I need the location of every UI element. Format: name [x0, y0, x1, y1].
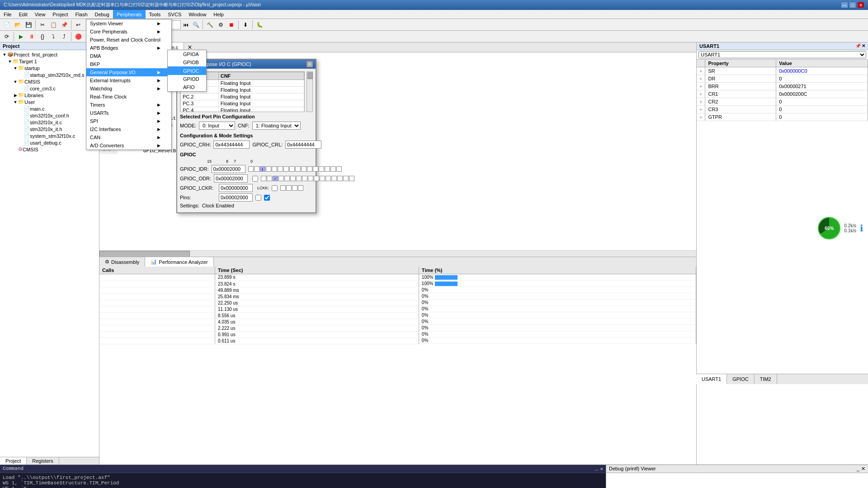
pin-cb1[interactable]: [255, 195, 261, 201]
open-file-btn[interactable]: 📂: [13, 20, 23, 30]
breakpoint-btn[interactable]: 🔴: [73, 32, 83, 42]
gpioc-close-btn[interactable]: ✕: [307, 61, 313, 67]
odr-bit-5[interactable]: [320, 176, 325, 181]
right-tab-tim2[interactable]: TIM2: [755, 374, 777, 384]
menu-flash[interactable]: Flash: [72, 10, 91, 19]
run-btn[interactable]: ▶: [16, 32, 26, 42]
menu-adc[interactable]: A/D Converters ▶: [86, 141, 171, 150]
odr-bit-15[interactable]: [261, 176, 266, 181]
idr-bit-9[interactable]: [283, 166, 289, 172]
menu-dma[interactable]: DMA: [86, 52, 171, 60]
paste-btn[interactable]: 📌: [59, 20, 69, 30]
odr-bit-3[interactable]: [331, 176, 337, 181]
tab-performance-analyzer[interactable]: 📊 Performance Analyzer: [145, 257, 213, 267]
menu-bkp[interactable]: BKP: [86, 60, 171, 68]
right-close-btn[interactable]: ✕: [862, 43, 865, 49]
tab-disassembly[interactable]: ⚙ Disassembly: [99, 257, 145, 267]
odr-bit-11[interactable]: [284, 176, 290, 181]
idr-bit-2[interactable]: [325, 166, 330, 172]
prop-expand-cell[interactable]: +: [697, 113, 705, 121]
menu-i2c[interactable]: I2C Interfaces ▶: [86, 125, 171, 133]
menu-tools[interactable]: Tools: [146, 10, 165, 19]
step-over-btn[interactable]: ⤵: [48, 32, 58, 42]
debug-start-btn[interactable]: 🐛: [255, 20, 264, 30]
menu-core-peripherals[interactable]: Core Peripherals ▶: [86, 28, 171, 36]
tree-root[interactable]: ▼ 📦 Project: first_project: [1, 51, 98, 58]
menu-window[interactable]: Window: [185, 10, 210, 19]
odr-bit-13[interactable]: ✓: [273, 176, 278, 181]
menu-peripherals[interactable]: Peripherals: [113, 10, 146, 19]
menu-apb-bridges[interactable]: APB Bridges ▶: [86, 44, 171, 52]
menu-spi[interactable]: SPI ▶: [86, 117, 171, 125]
cnf-select[interactable]: 1: Floating Input: [252, 122, 301, 130]
menu-debug[interactable]: Debug: [91, 10, 113, 19]
scroll-thumb-h[interactable]: [99, 251, 190, 257]
menu-usarts[interactable]: USARTs ▶: [86, 109, 171, 117]
menu-general-io[interactable]: General Purpose I/O ▶: [86, 68, 171, 76]
gpioc-pin-row[interactable]: PC.3Floating Input: [181, 100, 304, 107]
idr-bit-14[interactable]: [254, 166, 259, 172]
lckr-bit-0[interactable]: [280, 185, 286, 191]
tree-startup[interactable]: ▼ 📁 startup: [12, 65, 98, 71]
user-expander[interactable]: ▼: [13, 99, 18, 105]
idr-bit-7[interactable]: [295, 166, 301, 172]
menu-file[interactable]: File: [0, 10, 15, 19]
h-scrollbar[interactable]: [99, 250, 696, 257]
minimize-button[interactable]: —: [841, 2, 848, 8]
menu-can[interactable]: CAN ▶: [86, 133, 171, 141]
tree-cmsis2[interactable]: ⚙ CMSIS: [12, 146, 98, 153]
main-c-expander[interactable]: [18, 106, 24, 112]
odr-bit-8[interactable]: [302, 176, 307, 181]
gpioc-pin-row[interactable]: PC.4Floating Input: [181, 107, 304, 113]
cut-btn[interactable]: ✂: [38, 20, 47, 30]
close-button[interactable]: ✕: [857, 2, 864, 8]
prop-expand-cell[interactable]: +: [697, 98, 705, 106]
odr-bit-10[interactable]: [290, 176, 296, 181]
idr-bit-8[interactable]: [289, 166, 295, 172]
undo-btn[interactable]: ↩: [73, 20, 83, 30]
download-btn[interactable]: ⬇: [241, 20, 250, 30]
tree-user[interactable]: ▼ 📁 User: [12, 99, 98, 105]
lckr-bit-2[interactable]: [292, 185, 297, 191]
debug-content[interactable]: [606, 473, 868, 488]
odr-bit-12[interactable]: [278, 176, 284, 181]
stop-build-btn[interactable]: ⏹: [226, 20, 236, 30]
menu-timers[interactable]: Timers ▶: [86, 101, 171, 109]
idr-bit-13[interactable]: 1: [260, 166, 265, 172]
gpioc-scrollbar[interactable]: [307, 71, 313, 112]
new-file-btn[interactable]: 📄: [2, 20, 12, 30]
submenu-gpioc[interactable]: ✓ GPIOC: [168, 66, 206, 75]
menu-svcs[interactable]: SVCS: [164, 10, 185, 19]
libraries-expander[interactable]: ▶: [13, 93, 18, 98]
idr-bit-11[interactable]: [272, 166, 277, 172]
submenu-afio[interactable]: AFIO: [168, 83, 206, 91]
submenu-gpioa[interactable]: GPIOA: [168, 50, 206, 58]
menu-project[interactable]: Project: [49, 10, 71, 19]
odr-bit-2[interactable]: [337, 176, 343, 181]
debug-minimize[interactable]: _: [857, 466, 859, 472]
odr-bit-14[interactable]: [267, 176, 272, 181]
gpioc-pin-row[interactable]: PC.2Floating Input: [181, 94, 304, 100]
gpioc-scroll-thumb[interactable]: [307, 72, 313, 79]
submenu-gpiod[interactable]: GPIOD: [168, 75, 206, 83]
rebuild-btn[interactable]: ⚙: [216, 20, 226, 30]
idr-bit-0[interactable]: [336, 166, 342, 172]
lckk-cb2[interactable]: [272, 185, 278, 191]
cpu-refresh-btn[interactable]: ℹ: [860, 223, 863, 234]
tree-cmsis1[interactable]: ▼ 📁 CMSIS: [12, 78, 98, 85]
goto-func-btn[interactable]: ⏮: [181, 20, 191, 30]
startup-s-expander[interactable]: [18, 72, 24, 78]
maximize-button[interactable]: □: [849, 2, 856, 8]
menu-external-int[interactable]: External Interrupts ▶: [86, 76, 171, 84]
right-pin-btn[interactable]: 📌: [855, 43, 861, 49]
odr-bit-7[interactable]: [308, 176, 313, 181]
odr-bit-0[interactable]: [349, 176, 354, 181]
tree-target1[interactable]: ▼ 📁 Target 1: [6, 58, 98, 65]
prop-expand-cell[interactable]: +: [697, 67, 705, 75]
startup-expander[interactable]: ▼: [13, 66, 18, 71]
odr-bit-4[interactable]: [326, 176, 331, 181]
lckk-checkbox[interactable]: [252, 176, 258, 182]
menu-edit[interactable]: Edit: [15, 10, 31, 19]
debug-close[interactable]: ✕: [861, 466, 865, 472]
build-btn[interactable]: 🔨: [205, 20, 215, 30]
